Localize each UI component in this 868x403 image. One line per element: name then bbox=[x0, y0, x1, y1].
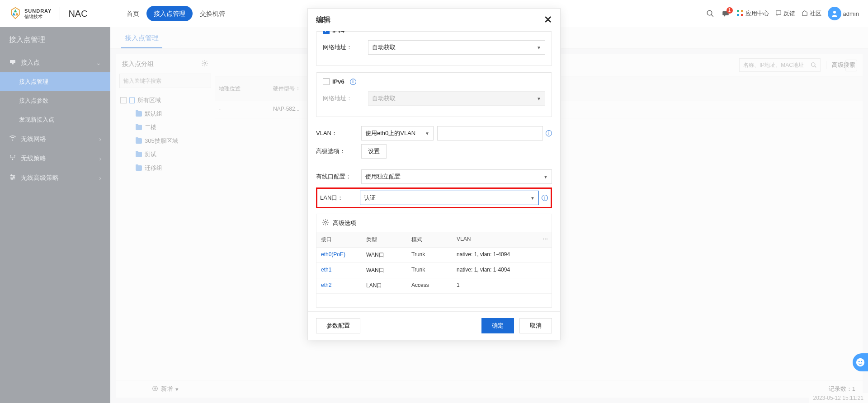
user-menu[interactable]: admin bbox=[828, 7, 859, 20]
ipv4-netaddr-label: 网络地址： bbox=[323, 43, 368, 52]
lan-label: LAN口： bbox=[320, 194, 360, 202]
col-mode: 模式 bbox=[407, 232, 452, 247]
svg-line-5 bbox=[711, 14, 713, 17]
apps-icon bbox=[736, 9, 744, 18]
svg-point-26 bbox=[325, 221, 326, 223]
info-icon[interactable]: i bbox=[542, 195, 548, 201]
logo-text: SUNDRAY信锐技术 bbox=[24, 8, 52, 19]
vlan-label: VLAN： bbox=[316, 129, 361, 137]
svg-marker-1 bbox=[14, 9, 17, 12]
svg-rect-9 bbox=[741, 10, 743, 12]
col-more[interactable]: ⋯ bbox=[538, 232, 552, 247]
col-type: 类型 bbox=[362, 232, 407, 247]
product-name: NAC bbox=[68, 9, 87, 19]
ipv4-netaddr-select[interactable]: 自动获取 ▼ bbox=[368, 40, 545, 55]
wiredcfg-select[interactable]: 使用独立配置 ▼ bbox=[361, 169, 552, 184]
itbl-row: eth1 WAN口 Trunk native: 1, vlan: 1-4094 bbox=[316, 263, 552, 278]
svg-point-27 bbox=[856, 358, 864, 366]
itbl-row: eth2 LAN口 Access 1 bbox=[316, 278, 552, 294]
nav-switch-mgmt[interactable]: 交换机管 bbox=[193, 6, 232, 21]
caret-down-icon: ▼ bbox=[537, 96, 541, 101]
app-center-link[interactable]: 应用中心 bbox=[736, 9, 769, 18]
svg-marker-7 bbox=[724, 15, 726, 17]
search-icon[interactable] bbox=[706, 9, 715, 18]
itbl-row: eth0(PoE) WAN口 Trunk native: 1, vlan: 1-… bbox=[316, 248, 552, 263]
interface-link[interactable]: eth1 bbox=[316, 263, 362, 278]
caret-down-icon: ▼ bbox=[543, 174, 548, 179]
message-icon[interactable]: 1 bbox=[721, 9, 730, 18]
caret-down-icon: ▼ bbox=[530, 196, 535, 201]
col-vlan: VLAN bbox=[452, 232, 538, 247]
close-icon[interactable]: ✕ bbox=[544, 15, 552, 25]
feedback-link[interactable]: 反馈 bbox=[775, 9, 795, 18]
nav-home[interactable]: 首页 bbox=[119, 6, 146, 21]
ipv4-checkbox[interactable]: ✓ IPv4 bbox=[323, 31, 545, 34]
community-icon bbox=[802, 10, 808, 18]
ipv6-netaddr-select: 自动获取 ▼ bbox=[368, 91, 545, 106]
ipv6-netaddr-label: 网络地址： bbox=[323, 94, 368, 103]
svg-rect-11 bbox=[741, 14, 743, 16]
vlan-select[interactable]: 使用eth0上的VLAN ▼ bbox=[361, 126, 434, 141]
assistant-bubble[interactable] bbox=[853, 353, 868, 371]
adv-section-title: 高级选项 bbox=[333, 219, 356, 227]
svg-rect-8 bbox=[737, 10, 739, 12]
svg-point-4 bbox=[707, 10, 712, 15]
checkbox-icon bbox=[323, 78, 330, 85]
interface-link[interactable]: eth0(PoE) bbox=[316, 248, 362, 262]
svg-point-29 bbox=[861, 361, 862, 362]
lan-select[interactable]: 认证 ▼ bbox=[360, 191, 539, 205]
ipv6-checkbox[interactable]: IPv6 i bbox=[323, 78, 545, 85]
checkbox-checked-icon: ✓ bbox=[323, 31, 330, 34]
col-interface: 接口 bbox=[316, 232, 362, 247]
info-icon[interactable]: i bbox=[546, 130, 552, 136]
cancel-button[interactable]: 取消 bbox=[519, 318, 552, 333]
svg-marker-2 bbox=[12, 12, 15, 15]
svg-point-28 bbox=[859, 361, 860, 362]
interface-link[interactable]: eth2 bbox=[316, 278, 362, 293]
gear-icon bbox=[322, 219, 329, 227]
wiredcfg-label: 有线口配置： bbox=[316, 173, 361, 181]
svg-rect-10 bbox=[737, 14, 739, 16]
svg-point-12 bbox=[833, 11, 836, 14]
modal-title: 编辑 bbox=[316, 15, 330, 25]
svg-marker-3 bbox=[15, 12, 19, 15]
feedback-icon bbox=[775, 10, 782, 18]
community-link[interactable]: 社区 bbox=[802, 9, 821, 18]
nav-ap-mgmt[interactable]: 接入点管理 bbox=[146, 6, 193, 21]
avatar-icon bbox=[828, 7, 841, 20]
caret-down-icon: ▼ bbox=[425, 131, 429, 136]
logo: SUNDRAY信锐技术 NAC bbox=[9, 7, 88, 21]
message-badge: 1 bbox=[726, 7, 733, 14]
param-config-button[interactable]: 参数配置 bbox=[316, 318, 360, 333]
caret-down-icon: ▼ bbox=[537, 45, 541, 50]
advopt-button[interactable]: 设置 bbox=[361, 144, 387, 159]
logo-icon bbox=[9, 7, 22, 21]
ok-button[interactable]: 确定 bbox=[481, 318, 514, 333]
vlan-input[interactable] bbox=[437, 126, 543, 141]
info-icon[interactable]: i bbox=[350, 79, 356, 85]
advopt-label: 高级选项： bbox=[316, 147, 361, 155]
